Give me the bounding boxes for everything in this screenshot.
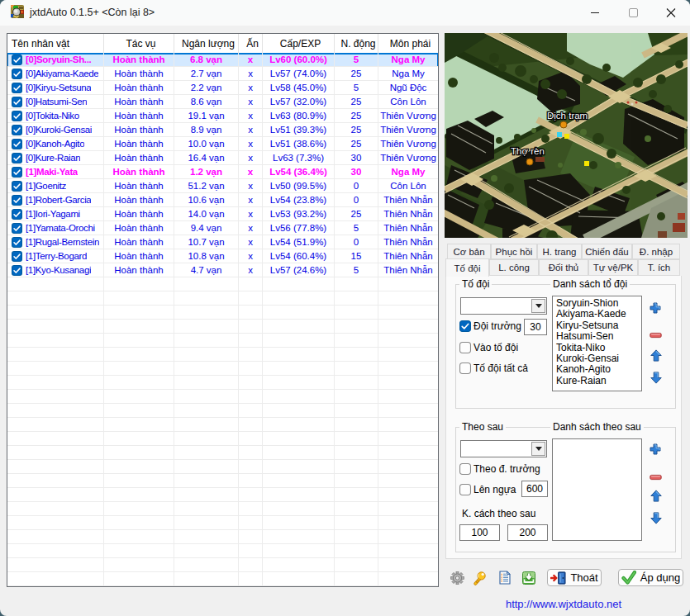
svg-text:Thợ rèn: Thợ rèn xyxy=(511,146,545,156)
svg-text:Dịch trạm: Dịch trạm xyxy=(547,111,588,121)
